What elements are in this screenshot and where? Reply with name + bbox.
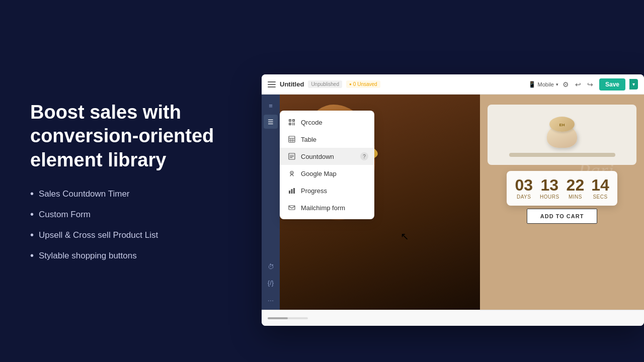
add-cart-button[interactable]: ADD TO CART <box>527 209 597 224</box>
qrcode-icon <box>288 118 296 126</box>
hero-title: Boost sales with conversion-oriented ele… <box>30 101 221 172</box>
mins-value: 22 <box>567 177 585 193</box>
unpublished-badge: Unpublished <box>308 80 342 88</box>
mins-label: Mins <box>569 194 582 200</box>
svg-point-20 <box>291 172 292 173</box>
bullet-item-4: Stylable shopping buttons <box>30 250 221 261</box>
dropdown-item-mailchimp[interactable]: Mailchimp form <box>280 199 374 216</box>
sidebar-icon-pages[interactable]: ≡ <box>264 99 278 113</box>
dropdown-item-countdown[interactable]: Countdown ? <box>280 148 374 165</box>
sidebar-icon-elements[interactable]: ☰ <box>264 115 278 129</box>
redo-button[interactable]: ↪ <box>585 79 595 89</box>
googlemap-label: Google Map <box>301 170 337 177</box>
sidebar-icon-more[interactable]: … <box>264 292 278 306</box>
dropdown-item-progress[interactable]: Progress <box>280 182 374 199</box>
bullet-item-1: Sales Countdown Timer <box>30 188 221 200</box>
countdown-mins: 22 Mins <box>567 177 585 200</box>
product-name-blur <box>509 153 615 157</box>
svg-rect-6 <box>292 123 293 124</box>
countdown-days: 03 Days <box>515 177 533 200</box>
sidebar-icon-timer[interactable]: ⏱ <box>264 259 278 274</box>
svg-rect-4 <box>293 120 294 121</box>
unsaved-badge: 0 Unsaved <box>346 80 380 88</box>
svg-rect-9 <box>294 124 295 125</box>
countdown-menu-icon <box>288 152 296 160</box>
qrcode-label: Qrcode <box>301 119 323 126</box>
svg-rect-10 <box>289 136 295 142</box>
device-selector[interactable]: 📱 Mobile ▾ <box>528 81 558 88</box>
map-pin-icon <box>288 169 296 177</box>
chevron-down-icon: ▾ <box>556 82 558 87</box>
hours-label: Hours <box>540 194 559 200</box>
progress-label: Progress <box>301 187 327 195</box>
svg-rect-24 <box>289 206 295 210</box>
svg-rect-21 <box>289 191 290 194</box>
help-icon[interactable]: ? <box>360 152 368 160</box>
mobile-icon: 📱 <box>528 81 536 88</box>
editor-topbar: Untitled Unpublished 0 Unsaved 📱 Mobile … <box>262 74 644 95</box>
dropdown-item-qrcode[interactable]: Qrcode <box>280 114 374 131</box>
days-label: Days <box>517 194 531 200</box>
dropdown-menu: Qrcode Table Countdown ? <box>280 111 374 219</box>
topbar-right: 📱 Mobile ▾ ⚙ ↩ ↪ Save ▾ <box>528 78 638 90</box>
save-dropdown-button[interactable]: ▾ <box>629 79 638 89</box>
sidebar-icon-code[interactable]: {/} <box>264 276 278 290</box>
svg-rect-3 <box>290 120 291 121</box>
svg-rect-23 <box>293 188 295 194</box>
svg-rect-17 <box>290 156 294 157</box>
horizontal-scrollbar[interactable] <box>268 317 308 319</box>
jar-label: EH <box>559 123 565 127</box>
secs-value: 14 <box>591 177 609 193</box>
mail-icon <box>288 204 296 212</box>
secs-label: Secs <box>593 194 607 200</box>
dropdown-item-googlemap[interactable]: Google Map <box>280 165 374 182</box>
countdown-widget: 03 Days 13 Hours 22 Mins 14 <box>507 171 617 206</box>
editor-sidebar: ≡ ☰ ⏱ {/} … <box>262 95 280 310</box>
save-button[interactable]: Save <box>599 78 625 90</box>
svg-rect-8 <box>292 124 293 125</box>
svg-rect-7 <box>294 123 295 124</box>
left-panel: Boost sales with conversion-oriented ele… <box>0 0 252 362</box>
menu-icon[interactable] <box>268 80 276 88</box>
table-label: Table <box>301 136 316 143</box>
undo-redo-controls: ↩ ↪ <box>573 79 595 89</box>
bar-chart-icon <box>288 187 296 195</box>
settings-icon[interactable]: ⚙ <box>562 80 569 88</box>
bullet-item-3: Upsell & Cross sell Product List <box>30 229 221 241</box>
countdown-menu-label: Countdown <box>301 153 334 160</box>
table-icon <box>288 135 296 143</box>
editor-bottom-bar <box>262 310 644 326</box>
countdown-secs: 14 Secs <box>591 177 609 200</box>
days-value: 03 <box>515 177 533 193</box>
product-image: EH <box>542 113 582 148</box>
dropdown-item-table[interactable]: Table <box>280 131 374 148</box>
editor-title: Untitled <box>280 80 304 88</box>
undo-button[interactable]: ↩ <box>573 79 583 89</box>
svg-rect-5 <box>290 124 291 125</box>
device-label: Mobile <box>538 81 554 87</box>
topbar-left: Untitled Unpublished 0 Unsaved <box>268 80 380 88</box>
mailchimp-label: Mailchimp form <box>301 204 345 212</box>
countdown-hours: 13 Hours <box>540 177 559 200</box>
hours-value: 13 <box>541 177 559 193</box>
bullet-list: Sales Countdown Timer Custom Form Upsell… <box>30 188 221 261</box>
product-card: EH <box>488 105 636 165</box>
svg-rect-18 <box>290 157 292 158</box>
svg-rect-22 <box>291 189 293 194</box>
bullet-item-2: Custom Form <box>30 209 221 220</box>
product-area: Pari EH <box>480 95 644 310</box>
